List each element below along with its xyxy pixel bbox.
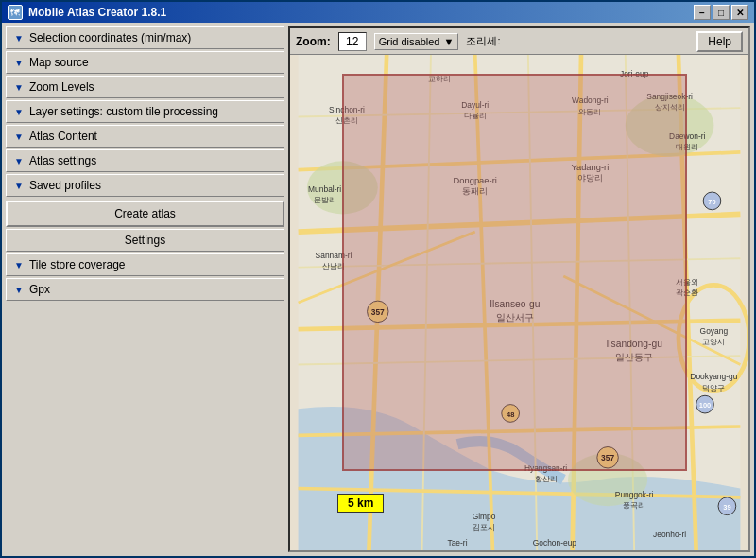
sidebar-item-label: Atlas settings xyxy=(29,154,96,167)
minimize-button[interactable]: − xyxy=(694,5,711,20)
sidebar-item-label: Atlas Content xyxy=(29,130,97,143)
arrow-icon: ▼ xyxy=(14,82,24,93)
svg-text:39: 39 xyxy=(723,503,730,512)
zoom-label: Zoom: xyxy=(296,35,331,48)
arrow-icon: ▼ xyxy=(14,58,24,68)
svg-text:Dookyang-gu: Dookyang-gu xyxy=(690,372,737,381)
arrow-icon: ▼ xyxy=(14,156,24,166)
sidebar-item-atlas-content[interactable]: ▼ Atlas Content xyxy=(6,125,284,148)
svg-text:Punggok-ri: Punggok-ri xyxy=(615,490,654,499)
help-button[interactable]: Help xyxy=(696,31,743,52)
sidebar-item-gpx[interactable]: ▼ Gpx xyxy=(6,278,284,301)
sidebar-item-layer-settings[interactable]: ▼ Layer settings: custom tile processing xyxy=(6,100,284,123)
svg-text:고양시: 고양시 xyxy=(702,337,725,346)
map-toolbar: Zoom: 12 Grid disabled ▼ 조리세: Help xyxy=(290,28,748,55)
sidebar-item-tile-store[interactable]: ▼ Tile store coverage xyxy=(6,253,284,276)
svg-text:황산리: 황산리 xyxy=(535,474,558,483)
settings-button[interactable]: Settings xyxy=(6,229,284,252)
svg-text:풍곡리: 풍곡리 xyxy=(623,500,645,510)
svg-text:고촌읍: 고촌읍 xyxy=(543,549,566,550)
zoom-value-display: 12 xyxy=(338,32,367,51)
main-content: ▼ Selection coordinates (min/max) ▼ Map … xyxy=(2,23,754,556)
sidebar-item-label: Gpx xyxy=(29,283,50,296)
arrow-icon: ▼ xyxy=(14,131,24,142)
sidebar-item-zoom-levels[interactable]: ▼ Zoom Levels xyxy=(6,76,284,98)
scale-label: 5 km xyxy=(348,497,373,510)
dropdown-arrow-icon: ▼ xyxy=(443,36,454,47)
svg-text:문발리: 문발리 xyxy=(314,195,336,204)
app-icon: 🗺 xyxy=(8,5,23,20)
title-bar-left: 🗺 Mobile Atlas Creator 1.8.1 xyxy=(8,5,166,20)
arrow-icon: ▼ xyxy=(14,181,24,191)
svg-text:Gochon-eup: Gochon-eup xyxy=(533,538,577,548)
grid-label: Grid disabled xyxy=(379,36,440,47)
arrow-icon: ▼ xyxy=(14,33,24,44)
arrow-icon: ▼ xyxy=(14,107,24,117)
arrow-icon: ▼ xyxy=(14,285,24,295)
sidebar-item-label: Map source xyxy=(29,56,89,69)
svg-text:100: 100 xyxy=(699,401,711,410)
svg-text:덕양구: 덕양구 xyxy=(702,383,725,392)
main-window: 🗺 Mobile Atlas Creator 1.8.1 − □ ✕ ▼ Sel… xyxy=(0,0,756,558)
svg-text:Tae-ri: Tae-ri xyxy=(447,538,467,548)
close-button[interactable]: ✕ xyxy=(731,5,748,20)
svg-text:Jeonho-ri: Jeonho-ri xyxy=(653,530,686,539)
title-bar: 🗺 Mobile Atlas Creator 1.8.1 − □ ✕ xyxy=(2,2,754,23)
selection-rectangle xyxy=(342,74,687,471)
sidebar-item-label: Layer settings: custom tile processing xyxy=(29,105,218,118)
sidebar-item-selection-coords[interactable]: ▼ Selection coordinates (min/max) xyxy=(6,26,284,49)
sidebar-item-label: Zoom Levels xyxy=(29,80,94,94)
maximize-button[interactable]: □ xyxy=(713,5,730,20)
coords-label: 조리세: xyxy=(466,34,500,48)
sidebar-item-saved-profiles[interactable]: ▼ Saved profiles xyxy=(6,174,284,197)
sidebar-item-label: Selection coordinates (min/max) xyxy=(29,31,191,44)
sidebar-item-map-source[interactable]: ▼ Map source xyxy=(6,51,284,74)
map-container[interactable]: 357 48 357 100 39 70 교하리 Jori-eup Sincho… xyxy=(290,55,748,550)
svg-text:Gimpo: Gimpo xyxy=(472,512,496,521)
sidebar-item-label: Tile store coverage xyxy=(29,258,126,271)
svg-text:70: 70 xyxy=(708,198,715,206)
create-atlas-button[interactable]: Create atlas xyxy=(6,201,284,227)
window-title: Mobile Atlas Creator 1.8.1 xyxy=(28,6,166,19)
svg-text:Goyang: Goyang xyxy=(700,326,729,336)
map-area: Zoom: 12 Grid disabled ▼ 조리세: Help xyxy=(288,26,750,552)
svg-text:Munbal-ri: Munbal-ri xyxy=(308,184,341,194)
sidebar-item-atlas-settings[interactable]: ▼ Atlas settings xyxy=(6,149,284,172)
arrow-icon: ▼ xyxy=(14,260,24,270)
window-controls: − □ ✕ xyxy=(694,5,748,20)
left-panel: ▼ Selection coordinates (min/max) ▼ Map … xyxy=(6,26,284,552)
svg-text:김포시: 김포시 xyxy=(472,522,495,532)
grid-disabled-select[interactable]: Grid disabled ▼ xyxy=(374,33,459,50)
sidebar-item-label: Saved profiles xyxy=(29,179,101,192)
scale-bar: 5 km xyxy=(337,494,384,513)
